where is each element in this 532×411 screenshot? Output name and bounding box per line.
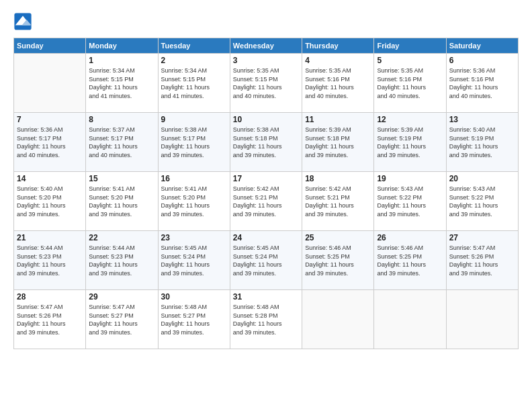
day-info: Sunrise: 5:37 AM Sunset: 5:17 PM Dayligh… xyxy=(89,126,154,159)
day-number: 24 xyxy=(233,233,299,242)
weekday-header: Tuesday xyxy=(158,38,230,54)
day-number: 10 xyxy=(233,115,299,124)
calendar-cell: 14Sunrise: 5:40 AM Sunset: 5:20 PM Dayli… xyxy=(14,172,86,231)
day-info: Sunrise: 5:38 AM Sunset: 5:17 PM Dayligh… xyxy=(161,126,227,159)
weekday-header: Monday xyxy=(86,38,158,54)
calendar-cell: 23Sunrise: 5:45 AM Sunset: 5:24 PM Dayli… xyxy=(158,231,230,290)
calendar-cell: 5Sunrise: 5:35 AM Sunset: 5:16 PM Daylig… xyxy=(374,54,446,113)
day-number: 6 xyxy=(449,56,515,65)
calendar-cell xyxy=(446,290,518,349)
day-info: Sunrise: 5:48 AM Sunset: 5:28 PM Dayligh… xyxy=(233,303,299,336)
calendar-week-row: 21Sunrise: 5:44 AM Sunset: 5:23 PM Dayli… xyxy=(14,231,519,290)
calendar-cell: 17Sunrise: 5:42 AM Sunset: 5:21 PM Dayli… xyxy=(230,172,302,231)
day-info: Sunrise: 5:42 AM Sunset: 5:21 PM Dayligh… xyxy=(233,185,299,218)
day-info: Sunrise: 5:44 AM Sunset: 5:23 PM Dayligh… xyxy=(17,244,83,277)
calendar-cell: 12Sunrise: 5:39 AM Sunset: 5:19 PM Dayli… xyxy=(374,113,446,172)
day-number: 5 xyxy=(377,56,443,65)
calendar-cell: 16Sunrise: 5:41 AM Sunset: 5:20 PM Dayli… xyxy=(158,172,230,231)
calendar-cell: 20Sunrise: 5:43 AM Sunset: 5:22 PM Dayli… xyxy=(446,172,518,231)
day-info: Sunrise: 5:43 AM Sunset: 5:22 PM Dayligh… xyxy=(449,185,515,218)
day-info: Sunrise: 5:41 AM Sunset: 5:20 PM Dayligh… xyxy=(89,185,154,218)
calendar-cell: 31Sunrise: 5:48 AM Sunset: 5:28 PM Dayli… xyxy=(230,290,302,349)
page: SundayMondayTuesdayWednesdayThursdayFrid… xyxy=(0,0,532,411)
day-number: 26 xyxy=(377,233,443,242)
day-number: 15 xyxy=(89,174,154,183)
calendar-cell: 27Sunrise: 5:47 AM Sunset: 5:26 PM Dayli… xyxy=(446,231,518,290)
day-number: 20 xyxy=(449,174,515,183)
calendar-cell: 28Sunrise: 5:47 AM Sunset: 5:26 PM Dayli… xyxy=(14,290,86,349)
calendar-header-row: SundayMondayTuesdayWednesdayThursdayFrid… xyxy=(14,38,519,54)
calendar-cell: 18Sunrise: 5:42 AM Sunset: 5:21 PM Dayli… xyxy=(302,172,374,231)
day-info: Sunrise: 5:47 AM Sunset: 5:26 PM Dayligh… xyxy=(17,303,83,336)
day-number: 25 xyxy=(305,233,371,242)
day-info: Sunrise: 5:35 AM Sunset: 5:15 PM Dayligh… xyxy=(233,66,299,100)
day-info: Sunrise: 5:41 AM Sunset: 5:20 PM Dayligh… xyxy=(161,185,227,218)
calendar: SundayMondayTuesdayWednesdayThursdayFrid… xyxy=(13,38,519,349)
day-info: Sunrise: 5:34 AM Sunset: 5:15 PM Dayligh… xyxy=(89,66,154,100)
calendar-cell: 6Sunrise: 5:36 AM Sunset: 5:16 PM Daylig… xyxy=(446,54,518,113)
day-number: 28 xyxy=(17,292,83,302)
calendar-cell: 1Sunrise: 5:34 AM Sunset: 5:15 PM Daylig… xyxy=(86,54,158,113)
logo-icon xyxy=(13,12,32,31)
day-number: 14 xyxy=(17,174,83,183)
day-number: 9 xyxy=(161,115,227,124)
calendar-cell: 26Sunrise: 5:46 AM Sunset: 5:25 PM Dayli… xyxy=(374,231,446,290)
day-number: 16 xyxy=(161,174,227,183)
calendar-week-row: 14Sunrise: 5:40 AM Sunset: 5:20 PM Dayli… xyxy=(14,172,519,231)
day-info: Sunrise: 5:46 AM Sunset: 5:25 PM Dayligh… xyxy=(377,244,443,277)
calendar-week-row: 7Sunrise: 5:36 AM Sunset: 5:17 PM Daylig… xyxy=(14,113,519,172)
day-number: 17 xyxy=(233,174,299,183)
calendar-cell: 8Sunrise: 5:37 AM Sunset: 5:17 PM Daylig… xyxy=(86,113,158,172)
day-info: Sunrise: 5:39 AM Sunset: 5:19 PM Dayligh… xyxy=(377,126,443,159)
calendar-cell: 21Sunrise: 5:44 AM Sunset: 5:23 PM Dayli… xyxy=(14,231,86,290)
day-number: 1 xyxy=(89,56,154,65)
day-number: 19 xyxy=(377,174,443,183)
day-number: 22 xyxy=(89,233,154,242)
calendar-cell: 13Sunrise: 5:40 AM Sunset: 5:19 PM Dayli… xyxy=(446,113,518,172)
calendar-cell: 9Sunrise: 5:38 AM Sunset: 5:17 PM Daylig… xyxy=(158,113,230,172)
day-number: 4 xyxy=(305,56,371,65)
calendar-cell: 10Sunrise: 5:38 AM Sunset: 5:18 PM Dayli… xyxy=(230,113,302,172)
day-number: 18 xyxy=(305,174,371,183)
day-number: 3 xyxy=(233,56,299,65)
day-number: 27 xyxy=(449,233,515,242)
calendar-cell: 3Sunrise: 5:35 AM Sunset: 5:15 PM Daylig… xyxy=(230,54,302,113)
day-info: Sunrise: 5:38 AM Sunset: 5:18 PM Dayligh… xyxy=(233,126,299,159)
calendar-cell xyxy=(14,54,86,113)
calendar-week-row: 1Sunrise: 5:34 AM Sunset: 5:15 PM Daylig… xyxy=(14,54,519,113)
day-number: 31 xyxy=(233,292,299,302)
day-number: 2 xyxy=(161,56,227,65)
day-number: 7 xyxy=(17,115,83,124)
day-info: Sunrise: 5:36 AM Sunset: 5:17 PM Dayligh… xyxy=(17,126,83,159)
weekday-header: Friday xyxy=(374,38,446,54)
day-info: Sunrise: 5:40 AM Sunset: 5:19 PM Dayligh… xyxy=(449,126,515,159)
calendar-cell: 25Sunrise: 5:46 AM Sunset: 5:25 PM Dayli… xyxy=(302,231,374,290)
day-number: 13 xyxy=(449,115,515,124)
calendar-cell: 7Sunrise: 5:36 AM Sunset: 5:17 PM Daylig… xyxy=(14,113,86,172)
weekday-header: Saturday xyxy=(446,38,518,54)
day-number: 12 xyxy=(377,115,443,124)
calendar-cell: 24Sunrise: 5:45 AM Sunset: 5:24 PM Dayli… xyxy=(230,231,302,290)
day-number: 29 xyxy=(89,292,154,302)
calendar-cell: 29Sunrise: 5:47 AM Sunset: 5:27 PM Dayli… xyxy=(86,290,158,349)
calendar-cell: 11Sunrise: 5:39 AM Sunset: 5:18 PM Dayli… xyxy=(302,113,374,172)
day-number: 30 xyxy=(161,292,227,302)
day-number: 21 xyxy=(17,233,83,242)
weekday-header: Thursday xyxy=(302,38,374,54)
day-info: Sunrise: 5:40 AM Sunset: 5:20 PM Dayligh… xyxy=(17,185,83,218)
day-info: Sunrise: 5:48 AM Sunset: 5:27 PM Dayligh… xyxy=(161,303,227,336)
day-number: 11 xyxy=(305,115,371,124)
header xyxy=(13,12,519,31)
calendar-cell xyxy=(374,290,446,349)
day-info: Sunrise: 5:44 AM Sunset: 5:23 PM Dayligh… xyxy=(89,244,154,277)
day-info: Sunrise: 5:42 AM Sunset: 5:21 PM Dayligh… xyxy=(305,185,371,218)
day-info: Sunrise: 5:47 AM Sunset: 5:26 PM Dayligh… xyxy=(449,244,515,277)
calendar-cell: 19Sunrise: 5:43 AM Sunset: 5:22 PM Dayli… xyxy=(374,172,446,231)
day-info: Sunrise: 5:35 AM Sunset: 5:16 PM Dayligh… xyxy=(305,66,371,100)
day-info: Sunrise: 5:45 AM Sunset: 5:24 PM Dayligh… xyxy=(161,244,227,277)
weekday-header: Wednesday xyxy=(230,38,302,54)
day-info: Sunrise: 5:43 AM Sunset: 5:22 PM Dayligh… xyxy=(377,185,443,218)
calendar-cell: 15Sunrise: 5:41 AM Sunset: 5:20 PM Dayli… xyxy=(86,172,158,231)
calendar-cell xyxy=(302,290,374,349)
day-info: Sunrise: 5:46 AM Sunset: 5:25 PM Dayligh… xyxy=(305,244,371,277)
